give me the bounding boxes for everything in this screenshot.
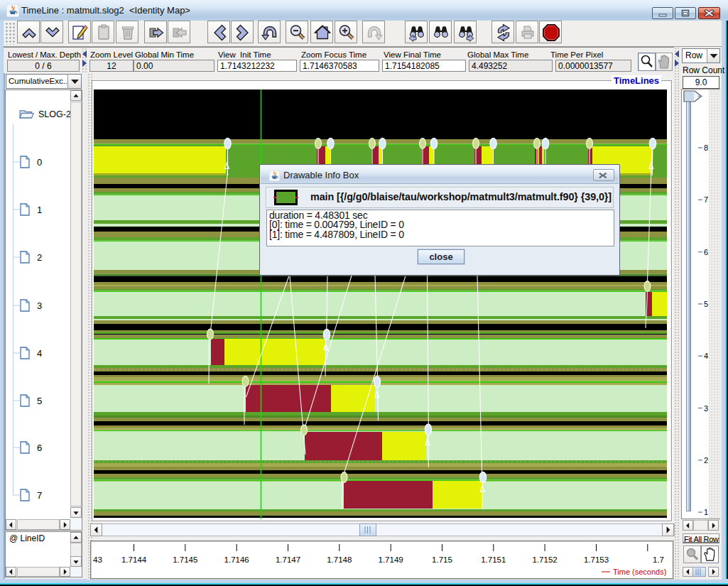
svg-text:1.7148: 1.7148 xyxy=(327,555,352,564)
svg-text:1.7152: 1.7152 xyxy=(533,555,558,564)
svg-text:1: 1 xyxy=(704,508,708,516)
svg-text:4: 4 xyxy=(37,348,42,359)
svg-text:2: 2 xyxy=(704,456,708,465)
svg-text:SLOG-2: SLOG-2 xyxy=(38,109,70,119)
svg-text:2: 2 xyxy=(37,252,42,263)
svg-text:7: 7 xyxy=(37,490,42,501)
svg-text:1.7147: 1.7147 xyxy=(276,555,300,564)
svg-text:1.7: 1.7 xyxy=(653,555,664,564)
svg-text:1.7146: 1.7146 xyxy=(224,555,249,564)
svg-text:6: 6 xyxy=(37,443,42,453)
svg-text:4: 4 xyxy=(704,352,708,360)
svg-text:3: 3 xyxy=(37,300,42,311)
svg-text:43: 43 xyxy=(93,555,102,564)
svg-text:1.7145: 1.7145 xyxy=(173,555,197,564)
svg-text:3: 3 xyxy=(704,404,708,413)
svg-text:7: 7 xyxy=(704,195,708,204)
svg-text:0: 0 xyxy=(37,157,42,168)
svg-text:8: 8 xyxy=(704,143,708,152)
svg-text:1.7151: 1.7151 xyxy=(481,555,506,564)
svg-text:1.715: 1.715 xyxy=(432,555,452,564)
svg-text:5: 5 xyxy=(37,396,42,406)
svg-text:6: 6 xyxy=(704,248,708,256)
svg-text:5: 5 xyxy=(704,300,708,308)
svg-text:Time (seconds): Time (seconds) xyxy=(613,568,666,576)
svg-text:1.7149: 1.7149 xyxy=(379,555,403,564)
svg-text:1.7153: 1.7153 xyxy=(584,555,609,564)
svg-text:1.7144: 1.7144 xyxy=(121,555,147,564)
svg-text:1: 1 xyxy=(37,205,42,215)
